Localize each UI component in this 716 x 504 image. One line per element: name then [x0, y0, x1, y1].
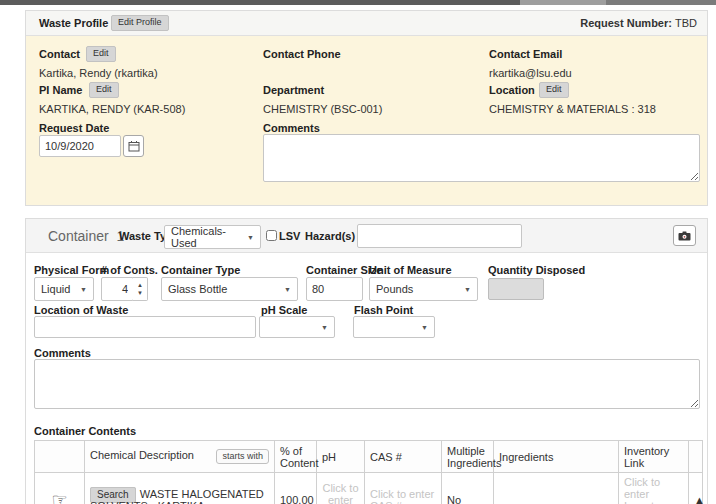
camera-icon[interactable]	[673, 225, 696, 246]
location-of-waste-label: Location of Waste	[34, 304, 128, 316]
multiple-ingredients-header: Multiple Ingredients	[442, 441, 494, 473]
num-conts-input[interactable]	[101, 277, 134, 301]
location-edit-button[interactable]: Edit	[539, 82, 569, 98]
contact-value: Kartika, Rendy (rkartika)	[39, 67, 158, 79]
container-panel: Container 1 Waste Type Chemicals-Used▼ L…	[25, 218, 708, 504]
scrollbar-endcap	[606, 0, 716, 5]
unit-of-measure-select[interactable]: Pounds▼	[369, 277, 478, 301]
quantity-disposed-input	[488, 278, 544, 300]
hand-pointer-icon[interactable]: ☞	[51, 490, 67, 504]
pi-name-value: KARTIKA, RENDY (KAR-508)	[39, 103, 185, 115]
lsv-label: LSV	[279, 230, 300, 242]
request-date-input[interactable]	[39, 135, 121, 157]
request-date-label: Request Date	[39, 122, 109, 134]
quantity-disposed-label: Quantity Disposed	[488, 264, 585, 276]
starts-with-button[interactable]: starts with	[216, 449, 269, 464]
ingredients-header: Ingredients	[494, 441, 619, 473]
ph-cell[interactable]: Click to enter pH	[317, 473, 365, 504]
location-of-waste-input[interactable]	[34, 316, 256, 338]
pi-name-edit-button[interactable]: Edit	[89, 82, 119, 98]
ingredients-cell[interactable]	[494, 473, 619, 504]
spinner-up-icon[interactable]: ▲	[137, 281, 143, 289]
container-title: Container 1	[48, 228, 124, 244]
chevron-down-icon: ▼	[284, 286, 291, 293]
waste-profile-header: Waste Profile Edit Profile Request Numbe…	[26, 11, 707, 36]
ph-scale-select[interactable]: ▼	[259, 316, 335, 338]
profile-comments-label: Comments	[263, 122, 320, 134]
table-header-row: Chemical Description starts with % of Co…	[35, 441, 703, 473]
quantity-stepper[interactable]: ▲ ▼	[133, 277, 148, 301]
table-scrollbar[interactable]: ▲	[689, 473, 703, 504]
ph-scale-label: pH Scale	[261, 304, 307, 316]
flash-point-label: Flash Point	[354, 304, 413, 316]
container-header: Container 1 Waste Type Chemicals-Used▼ L…	[26, 219, 707, 253]
hazards-label: Hazard(s)	[305, 230, 355, 242]
inventory-link-header: Inventory Link	[619, 441, 689, 473]
lsv-checkbox[interactable]	[266, 230, 277, 241]
chevron-down-icon: ▼	[321, 324, 328, 331]
top-scrollbar[interactable]	[0, 0, 716, 5]
inventory-placeholder: Click to enter Inventory Link #	[624, 476, 669, 504]
location-value: CHEMISTRY & MATERIALS : 318	[489, 103, 656, 115]
calendar-icon[interactable]	[123, 135, 144, 157]
physical-form-label: Physical Form	[34, 264, 109, 276]
waste-type-select[interactable]: Chemicals-Used▼	[164, 225, 261, 249]
chevron-down-icon: ▼	[80, 286, 87, 293]
location-label: Location	[489, 84, 535, 96]
pi-name-label: PI Name	[39, 84, 82, 96]
container-contents-table: Chemical Description starts with % of Co…	[34, 440, 703, 504]
contact-phone-label: Contact Phone	[263, 48, 341, 60]
chevron-down-icon: ▼	[247, 234, 254, 241]
edit-profile-button[interactable]: Edit Profile	[111, 15, 169, 31]
waste-profile-panel: Waste Profile Edit Profile Request Numbe…	[25, 10, 708, 206]
ph-placeholder: Click to enter pH	[322, 482, 358, 504]
row-pointer-cell[interactable]: ☞	[35, 473, 85, 504]
cas-placeholder: Click to enter CAS #	[370, 488, 434, 504]
cas-header: CAS #	[365, 441, 442, 473]
inventory-link-cell[interactable]: Click to enter Inventory Link #	[619, 473, 689, 504]
table-scrollbar-header	[689, 441, 703, 473]
ph-header: pH	[317, 441, 365, 473]
chemical-description-cell[interactable]: SearchWASTE HALOGENATED SOLVENTS - KARTI…	[85, 473, 275, 504]
percent-content-cell[interactable]: 100.00	[275, 473, 317, 504]
chevron-down-icon: ▼	[421, 324, 428, 331]
department-value: CHEMISTRY (BSC-001)	[263, 103, 382, 115]
container-comments-textarea[interactable]	[34, 359, 700, 409]
container-comments-label: Comments	[34, 347, 91, 359]
contact-email-label: Contact Email	[489, 48, 562, 60]
multiple-ingredients-cell[interactable]: No	[442, 473, 494, 504]
container-type-select[interactable]: Glass Bottle▼	[161, 277, 298, 301]
waste-profile-title: Waste Profile	[39, 17, 108, 29]
percent-content-header: % of Content	[275, 441, 317, 473]
contact-edit-button[interactable]: Edit	[86, 46, 116, 62]
request-number-value: TBD	[675, 17, 697, 29]
contact-label: Contact	[39, 48, 80, 60]
table-row: ☞ SearchWASTE HALOGENATED SOLVENTS - KAR…	[35, 473, 703, 504]
request-number: Request Number: TBD	[580, 17, 697, 29]
container-type-label: Container Type	[161, 264, 240, 276]
spinner-down-icon[interactable]: ▼	[137, 289, 143, 297]
unit-of-measure-label: Unit of Measure	[369, 264, 452, 276]
hazards-input[interactable]	[357, 224, 522, 248]
row-select-header	[35, 441, 85, 473]
flash-point-select[interactable]: ▼	[353, 316, 435, 338]
contact-email-value: rkartika@lsu.edu	[489, 67, 572, 79]
num-conts-label: # of Conts.	[101, 264, 158, 276]
chemical-description-header: Chemical Description starts with	[85, 441, 275, 473]
request-number-label: Request Number:	[580, 17, 672, 29]
profile-comments-textarea[interactable]	[263, 134, 700, 182]
physical-form-select[interactable]: Liquid▼	[34, 277, 94, 301]
container-contents-title: Container Contents	[34, 425, 136, 437]
department-label: Department	[263, 84, 324, 96]
chevron-down-icon: ▼	[464, 286, 471, 293]
cas-cell[interactable]: Click to enter CAS #	[365, 473, 442, 504]
scroll-up-icon[interactable]: ▲	[694, 494, 705, 504]
scrollbar-thumb[interactable]	[520, 0, 606, 5]
container-size-input[interactable]	[306, 277, 363, 301]
